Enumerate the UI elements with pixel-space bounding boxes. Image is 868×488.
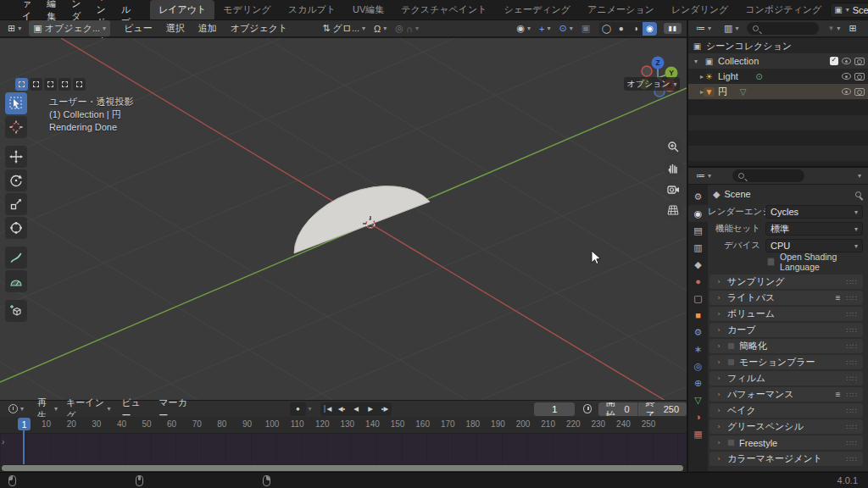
menu-view[interactable]: ビュー	[117, 19, 159, 37]
zoom-button[interactable]	[664, 137, 682, 156]
property-section-header[interactable]: › カラーマネージメント ≡ ∷∷	[709, 452, 863, 466]
workspace-tab[interactable]: レイアウト	[150, 0, 214, 19]
xray-toggle[interactable]: ▣	[577, 21, 594, 36]
shading-material-preview[interactable]: ◑	[628, 22, 643, 36]
transform-tool[interactable]	[5, 217, 27, 239]
rotate-tool[interactable]	[5, 169, 27, 191]
snap-toggle[interactable]: Ω ▾	[370, 22, 391, 36]
outliner-row-mesh-circle[interactable]: ▸ ▼ 円 ▽	[688, 84, 868, 99]
outliner-row-light[interactable]: ▸ ☀ Light ⊙	[688, 69, 868, 84]
grip-icon[interactable]: ∷∷	[847, 439, 858, 447]
scene-selector[interactable]: ▣ ▾ Scene ×	[830, 3, 868, 18]
workspace-tab[interactable]: スカルプト	[280, 0, 344, 19]
jump-to-start-button[interactable]: │◀	[320, 402, 335, 416]
properties-tab-collection[interactable]: ▢	[688, 290, 708, 307]
properties-tab-scene[interactable]: ◆	[688, 256, 708, 273]
workspace-tab[interactable]: コンポジティング	[737, 0, 830, 19]
section-checkbox[interactable]	[727, 342, 735, 350]
grip-icon[interactable]: ∷∷	[847, 455, 858, 463]
osl-checkbox[interactable]	[767, 258, 775, 266]
grip-icon[interactable]: ∷∷	[847, 294, 858, 302]
current-frame-marker[interactable]: 1	[18, 418, 31, 430]
disable-render-camera-icon[interactable]	[854, 88, 865, 96]
gizmo-axis-neg-x[interactable]	[642, 66, 652, 76]
outliner-search[interactable]	[747, 22, 819, 35]
preset-icon[interactable]: ≡	[836, 390, 842, 399]
grip-icon[interactable]: ∷∷	[847, 374, 858, 383]
measure-tool[interactable]	[5, 270, 27, 292]
scene-collection-label[interactable]: シーンコレクション	[706, 40, 792, 53]
gizmos-dropdown[interactable]: + ▾	[535, 22, 554, 36]
frame-start-field[interactable]: 開始 0	[598, 402, 637, 416]
workspace-tab[interactable]: アニメーション	[579, 0, 663, 19]
timeline-ruler[interactable]: 1020304050607080901001101201301401501601…	[0, 417, 687, 434]
breadcrumb-label[interactable]: Scene	[724, 189, 750, 199]
disable-render-camera-icon[interactable]	[854, 58, 865, 65]
render-pause-button[interactable]: ▮▮	[664, 23, 682, 34]
hide-eye-icon[interactable]	[842, 58, 851, 64]
current-frame-field[interactable]: 1	[534, 402, 575, 416]
annotate-tool[interactable]	[5, 247, 27, 269]
preview-range-clock-icon[interactable]	[583, 404, 591, 413]
select-extend-option[interactable]	[30, 78, 42, 91]
outliner-row-scene-collection[interactable]: ▣ シーンコレクション	[688, 38, 868, 53]
transform-orientation-selector[interactable]: ⇅ グロ... ▾	[318, 20, 370, 36]
editor-type-button[interactable]: ⊞ ▾	[3, 21, 25, 36]
select-intersect-option[interactable]	[73, 78, 86, 91]
chevron-down-icon[interactable]: ▾	[309, 405, 312, 413]
properties-editor-type-button[interactable]: ≔ ▾	[692, 169, 715, 183]
menu-select[interactable]: 選択	[159, 19, 192, 37]
property-section-header[interactable]: › モーションブラー ≡ ∷∷	[709, 355, 863, 369]
grip-icon[interactable]: ∷∷	[847, 391, 858, 399]
properties-search-input[interactable]	[748, 171, 798, 180]
toggle-orthographic-button[interactable]	[664, 201, 682, 219]
editor-divider[interactable]	[687, 20, 688, 472]
mode-selector[interactable]: ▣ オブジェク... ▾	[29, 20, 110, 36]
play-reverse-button[interactable]: ◀	[349, 402, 364, 416]
properties-tab-view-layer[interactable]: ▥	[688, 239, 708, 256]
property-section-header[interactable]: › Freestyle ≡ ∷∷	[709, 435, 863, 450]
collapse-caret-icon[interactable]: ▾	[692, 58, 700, 65]
add-primitive-tool[interactable]	[5, 300, 27, 322]
viewport-3d[interactable]: Z Y X オ	[0, 38, 687, 400]
section-checkbox[interactable]	[727, 439, 735, 446]
grip-icon[interactable]: ∷∷	[847, 326, 858, 335]
select-box-tool[interactable]	[5, 92, 27, 114]
property-section-header[interactable]: › ボリューム ≡ ∷∷	[709, 307, 863, 321]
camera-view-button[interactable]	[664, 180, 682, 198]
expand-caret-icon[interactable]: ▸	[692, 88, 700, 96]
outliner-display-mode-dropdown[interactable]: ▥ ▾	[720, 21, 743, 36]
properties-tab-texture[interactable]: ▦	[688, 425, 708, 442]
grip-icon[interactable]: ∷∷	[847, 407, 858, 415]
scene-name[interactable]: Scene	[853, 5, 868, 15]
grip-icon[interactable]: ∷∷	[847, 342, 858, 351]
new-collection-button[interactable]: ⊞	[849, 23, 856, 34]
grip-icon[interactable]: ∷∷	[847, 310, 858, 319]
grip-icon[interactable]: ∷∷	[847, 423, 858, 431]
hide-eye-icon[interactable]	[842, 73, 851, 80]
hide-eye-icon[interactable]	[842, 88, 851, 95]
proportional-editing-toggle[interactable]: ◎ ∩ ▾	[391, 21, 423, 36]
property-section-header[interactable]: › サンプリング ≡ ∷∷	[709, 274, 863, 289]
pan-hand-button[interactable]	[664, 158, 682, 177]
workspace-tab[interactable]: レンダリング	[663, 0, 737, 19]
jump-next-keyframe-button[interactable]: •▶	[378, 402, 392, 416]
object-visibility-dropdown[interactable]: ◉ ▾	[512, 21, 535, 36]
select-invert-option[interactable]	[58, 78, 71, 91]
property-section-header[interactable]: › グリースペンシル ≡ ∷∷	[709, 419, 863, 434]
properties-tab-particles[interactable]: ∗	[688, 341, 708, 358]
overlays-dropdown[interactable]: ⊙ ▾	[555, 21, 577, 36]
property-section-header[interactable]: › フィルム ≡ ∷∷	[709, 371, 863, 385]
workspace-tab[interactable]: UV編集	[344, 0, 392, 19]
chevron-down-icon[interactable]: ▾	[858, 172, 861, 180]
properties-tab-tool[interactable]: ⚙	[688, 188, 708, 205]
mesh-label[interactable]: 円	[718, 86, 727, 98]
field-dropdown[interactable]: 標準 ▾	[765, 222, 863, 236]
grip-icon[interactable]: ∷∷	[847, 358, 858, 367]
jump-prev-keyframe-button[interactable]: ◀•	[335, 402, 349, 416]
section-checkbox[interactable]	[727, 358, 735, 366]
property-section-header[interactable]: › ベイク ≡ ∷∷	[709, 403, 863, 418]
shading-wireframe[interactable]: ◯	[599, 22, 614, 36]
timeline-editor-type-button[interactable]: ▾	[4, 402, 28, 415]
menu-object[interactable]: オブジェクト	[224, 19, 295, 37]
